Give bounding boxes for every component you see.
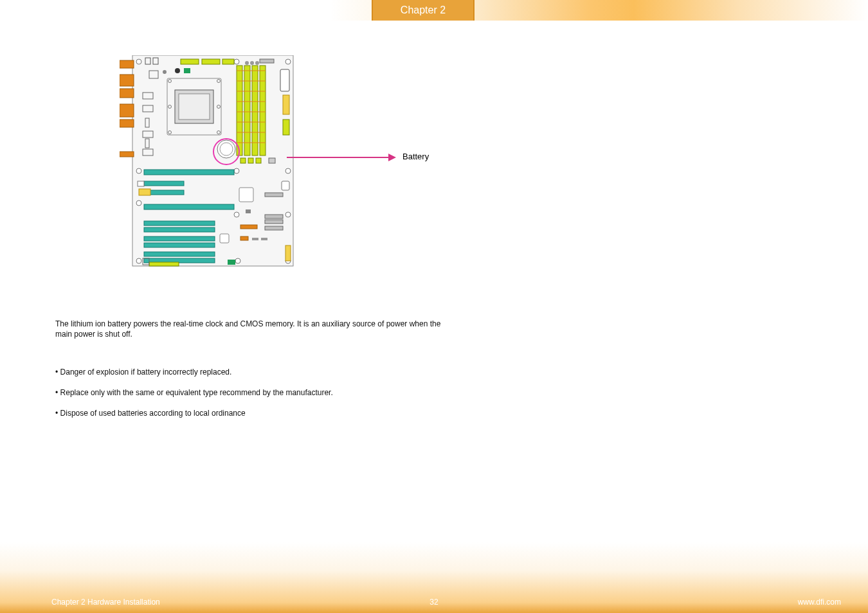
svg-point-6 [285,168,291,173]
safety-item: Danger of explosion if battery incorrect… [55,368,583,377]
svg-rect-85 [265,226,283,230]
svg-rect-81 [282,181,289,190]
svg-rect-66 [248,158,253,163]
svg-point-26 [250,61,254,65]
page-content: Battery The lithium ion battery powers t… [55,55,583,429]
svg-point-38 [163,70,167,74]
svg-rect-65 [240,158,246,163]
battery-callout-label: Battery [402,152,429,161]
svg-rect-67 [256,158,261,163]
svg-rect-94 [138,181,144,186]
safety-measures-list: Danger of explosion if battery incorrect… [55,368,583,418]
svg-point-27 [255,61,259,65]
svg-point-9 [285,212,291,217]
svg-rect-77 [144,252,215,256]
svg-rect-87 [240,225,257,229]
svg-rect-15 [120,89,134,98]
svg-rect-84 [265,220,283,224]
battery-location [217,140,235,158]
svg-rect-21 [181,59,199,64]
svg-rect-75 [144,236,215,241]
svg-rect-72 [144,204,234,209]
svg-point-4 [136,168,141,173]
page-number: 32 [429,598,438,607]
svg-rect-48 [244,66,250,155]
footer-left-text: Chapter 2 Hardware Installation [51,598,160,607]
svg-point-11 [235,258,240,263]
svg-rect-69 [144,170,234,175]
battery-description-paragraph: The lithium ion battery powers the real-… [55,319,454,339]
chapter-tab-label: Chapter 2 [401,4,446,16]
svg-rect-83 [265,215,283,218]
svg-rect-88 [240,236,248,240]
svg-rect-93 [285,245,291,261]
svg-rect-92 [228,260,235,265]
svg-rect-90 [261,238,267,240]
svg-rect-76 [144,243,215,247]
motherboard-diagram-svg [120,55,300,267]
svg-point-2 [234,59,239,64]
svg-point-39 [175,68,180,73]
svg-rect-18 [120,152,134,157]
svg-rect-86 [246,209,251,213]
svg-rect-24 [260,59,274,63]
svg-rect-89 [252,238,258,240]
motherboard-figure: Battery [120,55,454,299]
svg-rect-61 [283,120,289,135]
svg-rect-79 [149,262,179,266]
svg-rect-13 [120,60,134,68]
svg-point-3 [285,59,291,64]
svg-rect-50 [260,66,266,155]
svg-point-8 [234,212,239,217]
svg-rect-68 [269,158,275,163]
svg-point-7 [136,200,141,206]
svg-rect-17 [120,120,134,127]
svg-rect-40 [184,68,190,73]
footer-right-link[interactable]: www.dfi.com [798,598,841,607]
footer-bar: Chapter 2 Hardware Installation www.dfi.… [51,598,841,607]
svg-rect-74 [144,227,215,232]
svg-rect-23 [222,59,234,64]
svg-point-1 [136,59,141,64]
svg-rect-95 [139,189,150,195]
svg-rect-73 [144,221,215,226]
svg-rect-30 [179,94,210,120]
battery-callout-arrow [287,157,395,158]
svg-rect-91 [220,234,229,243]
svg-rect-80 [239,188,253,202]
svg-rect-82 [265,193,283,197]
svg-rect-14 [120,75,134,86]
svg-rect-59 [280,69,289,91]
chapter-tab: Chapter 2 [372,0,475,21]
safety-item: Replace only with the same or equivalent… [55,388,583,397]
safety-item: Dispose of used batteries according to l… [55,409,583,418]
svg-rect-47 [237,66,242,155]
svg-point-5 [234,168,239,173]
svg-point-25 [245,61,249,65]
svg-rect-16 [120,104,134,117]
svg-rect-22 [202,59,220,64]
svg-point-10 [136,258,141,263]
svg-rect-60 [283,95,289,114]
svg-rect-70 [144,181,184,186]
svg-rect-49 [252,66,258,155]
